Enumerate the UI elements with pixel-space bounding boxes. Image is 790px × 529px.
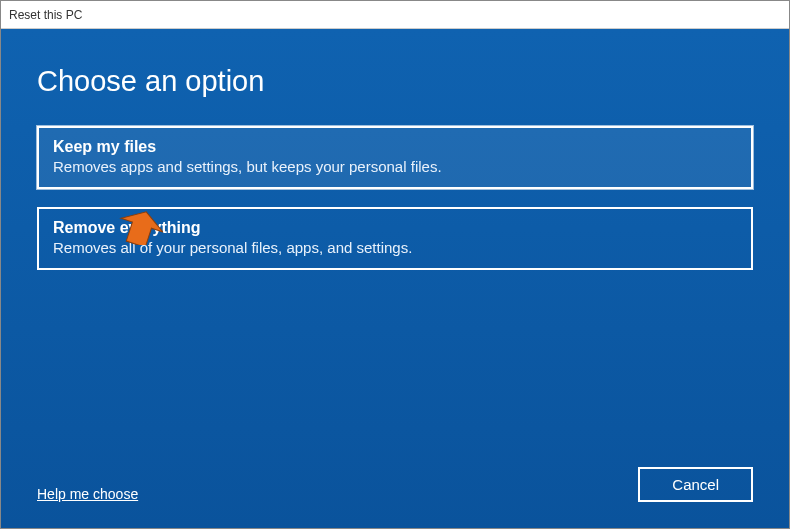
dialog-content: Choose an option Keep my files Removes a… <box>1 29 789 528</box>
window-title: Reset this PC <box>9 8 82 22</box>
remove-everything-option[interactable]: Remove everything Removes all of your pe… <box>37 207 753 270</box>
help-me-choose-link[interactable]: Help me choose <box>37 486 138 502</box>
options-list: Keep my files Removes apps and settings,… <box>37 126 753 270</box>
reset-pc-dialog: Reset this PC Choose an option Keep my f… <box>0 0 790 529</box>
option-title: Keep my files <box>53 138 737 156</box>
titlebar: Reset this PC <box>1 1 789 29</box>
page-heading: Choose an option <box>37 65 753 98</box>
option-description: Removes apps and settings, but keeps you… <box>53 158 737 175</box>
dialog-footer: Help me choose Cancel <box>37 447 753 508</box>
keep-my-files-option[interactable]: Keep my files Removes apps and settings,… <box>37 126 753 189</box>
option-title: Remove everything <box>53 219 737 237</box>
cancel-button[interactable]: Cancel <box>638 467 753 502</box>
option-description: Removes all of your personal files, apps… <box>53 239 737 256</box>
